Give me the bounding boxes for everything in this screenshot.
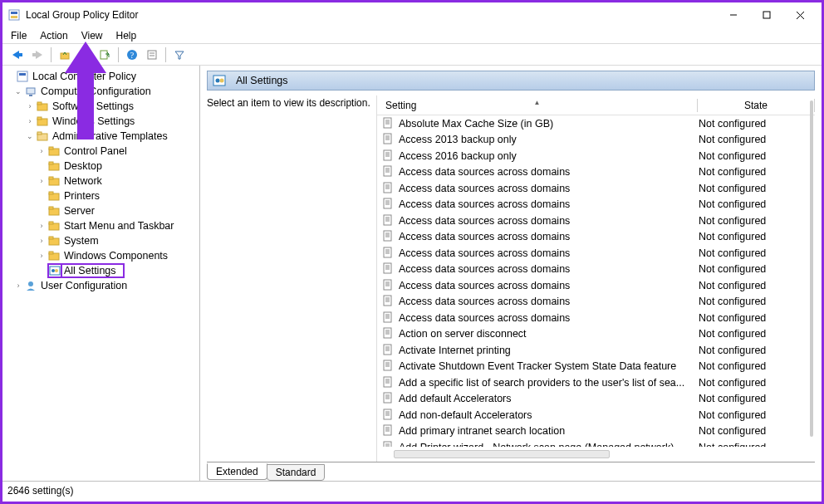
help-button[interactable]: ? [123, 46, 141, 64]
tree-software-settings[interactable]: › Software Settings [4, 99, 198, 114]
svg-rect-61 [384, 150, 391, 160]
list-row[interactable]: Add non-default AcceleratorsNot configur… [377, 407, 815, 423]
tree-computer-configuration[interactable]: ⌄ Computer Configuration [4, 84, 198, 99]
tree-user-configuration[interactable]: › User Configuration [4, 278, 198, 293]
list-row[interactable]: Access data sources across domainsNot co… [377, 277, 815, 294]
twisty-icon[interactable]: › [12, 281, 24, 290]
tab-standard[interactable]: Standard [267, 464, 326, 481]
tree-start-menu-taskbar[interactable]: › Start Menu and Taskbar [4, 218, 198, 233]
column-state[interactable]: State [698, 100, 814, 111]
list-row[interactable]: Access data sources across domainsNot co… [377, 310, 815, 326]
nav-forward-button[interactable] [28, 46, 47, 64]
tab-extended[interactable]: Extended [207, 463, 267, 480]
list-row[interactable]: Add a specific list of search providers … [377, 374, 815, 391]
twisty-icon[interactable]: ⌄ [24, 132, 36, 140]
svg-rect-81 [384, 231, 391, 241]
list-row[interactable]: Action on server disconnectNot configure… [377, 326, 815, 343]
svg-rect-65 [384, 166, 391, 176]
list-row[interactable]: Add Printer wizard - Network scan page (… [377, 439, 815, 447]
twisty-icon[interactable]: › [36, 222, 47, 230]
folder-icon [47, 204, 61, 218]
svg-rect-29 [37, 132, 42, 135]
twisty-icon[interactable]: › [36, 237, 47, 245]
setting-icon [382, 230, 395, 243]
tree-windows-settings[interactable]: › Windows Settings [4, 114, 198, 129]
horizontal-scrollbar[interactable] [377, 447, 815, 462]
setting-icon [382, 376, 395, 389]
svg-rect-105 [384, 328, 391, 338]
twisty-icon[interactable]: › [36, 177, 47, 185]
setting-state: Not configured [699, 393, 815, 404]
tree-control-panel[interactable]: › Control Panel [4, 144, 198, 159]
tree-printers[interactable]: Printers [4, 188, 198, 203]
tree-system[interactable]: › System [4, 233, 198, 248]
twisty-icon[interactable]: ⌄ [12, 87, 24, 95]
list-row[interactable]: Access 2016 backup onlyNot configured [377, 148, 815, 164]
column-setting[interactable]: ▲ Setting [377, 100, 697, 111]
show-hide-tree-button[interactable] [76, 46, 94, 64]
list-row[interactable]: Access data sources across domainsNot co… [377, 229, 815, 246]
setting-icon [382, 392, 395, 405]
svg-point-47 [52, 269, 55, 272]
list-row[interactable]: Add primary intranet search locationNot … [377, 423, 815, 440]
list-row[interactable]: Access data sources across domainsNot co… [377, 262, 815, 278]
setting-state: Not configured [699, 215, 815, 227]
tree-windows-components[interactable]: › Windows Components [4, 248, 198, 263]
folder-icon [47, 159, 61, 173]
menu-file[interactable]: File [7, 28, 33, 43]
nav-back-button[interactable] [8, 46, 27, 64]
tree-server[interactable]: Server [4, 203, 198, 218]
maximize-button[interactable] [750, 3, 783, 27]
list-row[interactable]: Access data sources across domainsNot co… [377, 180, 815, 197]
list-row[interactable]: Access data sources across domainsNot co… [377, 164, 815, 181]
list-row[interactable]: Access 2013 backup onlyNot configured [377, 132, 815, 149]
setting-icon [382, 182, 395, 195]
export-list-button[interactable] [96, 46, 114, 64]
minimize-button[interactable] [717, 3, 750, 27]
menu-action[interactable]: Action [33, 28, 74, 43]
setting-state: Not configured [699, 377, 815, 389]
setting-name: Activate Shutdown Event Tracker System S… [399, 360, 699, 372]
tree-network[interactable]: › Network [4, 174, 198, 188]
list-row[interactable]: Access data sources across domainsNot co… [377, 294, 815, 311]
list-row[interactable]: Activate Shutdown Event Tracker System S… [377, 359, 815, 375]
filter-button[interactable] [170, 46, 189, 64]
tree-all-settings[interactable]: All Settings [4, 263, 198, 278]
menu-bar: File Action View Help [2, 27, 822, 44]
setting-state: Not configured [699, 263, 815, 275]
tree-pane: Local Computer Policy ⌄ Computer Configu… [2, 66, 200, 481]
up-one-level-button[interactable] [56, 46, 74, 64]
list-row[interactable]: Activate Internet printingNot configured [377, 342, 815, 359]
list-rows: Absolute Max Cache Size (in GB)Not confi… [377, 115, 815, 447]
setting-name: Add a specific list of search providers … [399, 377, 699, 389]
twisty-icon[interactable]: › [36, 147, 47, 155]
svg-rect-73 [384, 198, 391, 208]
folder-icon [47, 234, 61, 247]
menu-help[interactable]: Help [110, 28, 144, 43]
folder-open-icon [36, 130, 49, 143]
svg-rect-16 [148, 51, 156, 59]
properties-button[interactable] [143, 46, 161, 64]
tree-desktop[interactable]: Desktop [4, 159, 198, 174]
tree-administrative-templates[interactable]: ⌄ Administrative Templates [4, 129, 198, 144]
vertical-scrollbar[interactable] [810, 100, 813, 437]
close-button[interactable] [783, 3, 817, 27]
list-row[interactable]: Add default AcceleratorsNot configured [377, 391, 815, 408]
title-bar: Local Group Policy Editor [2, 2, 822, 27]
setting-icon [382, 295, 395, 308]
twisty-icon[interactable]: › [24, 117, 36, 125]
setting-state: Not configured [699, 425, 815, 437]
tree-root[interactable]: Local Computer Policy [4, 69, 198, 84]
svg-point-51 [216, 79, 220, 83]
menu-view[interactable]: View [75, 28, 110, 43]
setting-icon [382, 344, 395, 357]
list-row[interactable]: Absolute Max Cache Size (in GB)Not confi… [377, 115, 815, 132]
twisty-icon[interactable]: › [24, 102, 36, 110]
setting-name: Access data sources across domains [399, 296, 699, 307]
list-row[interactable]: Access data sources across domainsNot co… [377, 245, 815, 262]
toolbar: ? [2, 44, 822, 66]
twisty-icon[interactable]: › [36, 252, 47, 260]
list-row[interactable]: Access data sources across domainsNot co… [377, 197, 815, 213]
list-row[interactable]: Access data sources across domainsNot co… [377, 213, 815, 229]
svg-rect-45 [49, 252, 53, 254]
